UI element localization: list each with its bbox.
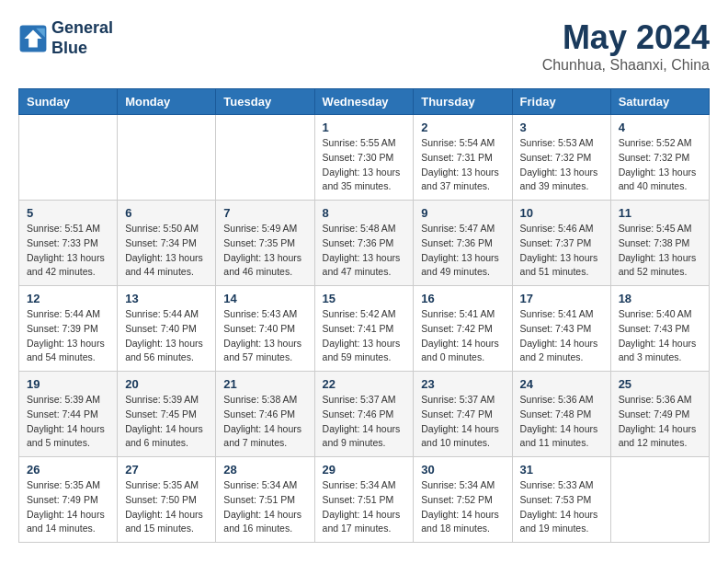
day-info: Sunrise: 5:33 AMSunset: 7:53 PMDaylight:… <box>520 478 603 536</box>
calendar-table: SundayMondayTuesdayWednesdayThursdayFrid… <box>18 88 710 543</box>
weekday-header: Sunday <box>19 89 118 115</box>
calendar-cell: 23Sunrise: 5:37 AMSunset: 7:47 PMDayligh… <box>414 372 512 457</box>
day-info: Sunrise: 5:53 AMSunset: 7:32 PMDaylight:… <box>520 136 603 194</box>
calendar-cell <box>216 115 314 201</box>
calendar-cell: 4Sunrise: 5:52 AMSunset: 7:32 PMDaylight… <box>610 115 709 201</box>
day-info: Sunrise: 5:41 AMSunset: 7:43 PMDaylight:… <box>520 307 603 365</box>
day-number: 28 <box>223 463 306 477</box>
logo-text: General Blue <box>51 18 113 58</box>
day-number: 30 <box>421 463 504 477</box>
day-info: Sunrise: 5:35 AMSunset: 7:49 PMDaylight:… <box>27 478 109 536</box>
calendar-cell: 3Sunrise: 5:53 AMSunset: 7:32 PMDaylight… <box>512 115 610 201</box>
calendar-cell: 30Sunrise: 5:34 AMSunset: 7:52 PMDayligh… <box>414 457 512 543</box>
calendar-cell: 9Sunrise: 5:47 AMSunset: 7:36 PMDaylight… <box>414 201 512 286</box>
day-number: 27 <box>125 463 208 477</box>
day-info: Sunrise: 5:34 AMSunset: 7:51 PMDaylight:… <box>323 478 406 536</box>
calendar-cell: 14Sunrise: 5:43 AMSunset: 7:40 PMDayligh… <box>216 286 314 372</box>
day-number: 31 <box>520 463 603 477</box>
calendar-week-row: 26Sunrise: 5:35 AMSunset: 7:49 PMDayligh… <box>19 457 710 543</box>
calendar-cell: 5Sunrise: 5:51 AMSunset: 7:33 PMDaylight… <box>19 201 118 286</box>
day-number: 19 <box>27 377 109 391</box>
day-number: 14 <box>223 292 306 305</box>
day-number: 9 <box>421 206 504 220</box>
day-number: 17 <box>520 292 603 305</box>
day-info: Sunrise: 5:42 AMSunset: 7:41 PMDaylight:… <box>323 307 406 365</box>
calendar-cell: 26Sunrise: 5:35 AMSunset: 7:49 PMDayligh… <box>19 457 118 543</box>
day-number: 26 <box>27 463 109 477</box>
day-info: Sunrise: 5:36 AMSunset: 7:49 PMDaylight:… <box>619 393 701 451</box>
calendar-cell: 19Sunrise: 5:39 AMSunset: 7:44 PMDayligh… <box>19 372 118 457</box>
calendar-cell: 24Sunrise: 5:36 AMSunset: 7:48 PMDayligh… <box>512 372 610 457</box>
day-info: Sunrise: 5:48 AMSunset: 7:36 PMDaylight:… <box>323 222 406 280</box>
calendar-cell: 12Sunrise: 5:44 AMSunset: 7:39 PMDayligh… <box>19 286 118 372</box>
day-number: 11 <box>619 206 701 220</box>
calendar-cell: 16Sunrise: 5:41 AMSunset: 7:42 PMDayligh… <box>414 286 512 372</box>
day-info: Sunrise: 5:50 AMSunset: 7:34 PMDaylight:… <box>125 222 208 280</box>
title-block: May 2024 Chunhua, Shaanxi, China <box>542 18 710 74</box>
day-number: 1 <box>323 121 406 134</box>
calendar-cell <box>118 115 216 201</box>
calendar-week-row: 19Sunrise: 5:39 AMSunset: 7:44 PMDayligh… <box>19 372 710 457</box>
calendar-cell: 7Sunrise: 5:49 AMSunset: 7:35 PMDaylight… <box>216 201 314 286</box>
day-info: Sunrise: 5:38 AMSunset: 7:46 PMDaylight:… <box>223 393 306 451</box>
day-number: 25 <box>619 377 701 391</box>
day-number: 22 <box>323 377 406 391</box>
day-info: Sunrise: 5:43 AMSunset: 7:40 PMDaylight:… <box>223 307 306 365</box>
day-info: Sunrise: 5:39 AMSunset: 7:44 PMDaylight:… <box>27 393 109 451</box>
day-info: Sunrise: 5:36 AMSunset: 7:48 PMDaylight:… <box>520 393 603 451</box>
calendar-week-row: 5Sunrise: 5:51 AMSunset: 7:33 PMDaylight… <box>19 201 710 286</box>
calendar-cell: 8Sunrise: 5:48 AMSunset: 7:36 PMDaylight… <box>314 201 414 286</box>
day-info: Sunrise: 5:49 AMSunset: 7:35 PMDaylight:… <box>223 222 306 280</box>
day-number: 8 <box>323 206 406 220</box>
day-number: 4 <box>619 121 701 134</box>
page-header: General Blue May 2024 Chunhua, Shaanxi, … <box>18 18 710 74</box>
calendar-cell: 13Sunrise: 5:44 AMSunset: 7:40 PMDayligh… <box>118 286 216 372</box>
day-number: 10 <box>520 206 603 220</box>
day-info: Sunrise: 5:39 AMSunset: 7:45 PMDaylight:… <box>125 393 208 451</box>
day-info: Sunrise: 5:37 AMSunset: 7:46 PMDaylight:… <box>323 393 406 451</box>
calendar-cell: 1Sunrise: 5:55 AMSunset: 7:30 PMDaylight… <box>314 115 414 201</box>
day-number: 24 <box>520 377 603 391</box>
day-info: Sunrise: 5:46 AMSunset: 7:37 PMDaylight:… <box>520 222 603 280</box>
calendar-cell: 11Sunrise: 5:45 AMSunset: 7:38 PMDayligh… <box>610 201 709 286</box>
location-subtitle: Chunhua, Shaanxi, China <box>542 57 710 74</box>
day-info: Sunrise: 5:34 AMSunset: 7:52 PMDaylight:… <box>421 478 504 536</box>
calendar-cell: 25Sunrise: 5:36 AMSunset: 7:49 PMDayligh… <box>610 372 709 457</box>
day-info: Sunrise: 5:54 AMSunset: 7:31 PMDaylight:… <box>421 136 504 194</box>
day-info: Sunrise: 5:34 AMSunset: 7:51 PMDaylight:… <box>223 478 306 536</box>
weekday-header: Friday <box>512 89 610 115</box>
day-info: Sunrise: 5:40 AMSunset: 7:43 PMDaylight:… <box>619 307 701 365</box>
calendar-cell: 6Sunrise: 5:50 AMSunset: 7:34 PMDaylight… <box>118 201 216 286</box>
day-number: 16 <box>421 292 504 305</box>
day-number: 18 <box>619 292 701 305</box>
month-title: May 2024 <box>542 18 710 57</box>
calendar-cell <box>19 115 118 201</box>
day-info: Sunrise: 5:35 AMSunset: 7:50 PMDaylight:… <box>125 478 208 536</box>
weekday-header: Thursday <box>414 89 512 115</box>
day-number: 21 <box>223 377 306 391</box>
weekday-header: Monday <box>118 89 216 115</box>
day-info: Sunrise: 5:55 AMSunset: 7:30 PMDaylight:… <box>323 136 406 194</box>
calendar-cell: 2Sunrise: 5:54 AMSunset: 7:31 PMDaylight… <box>414 115 512 201</box>
weekday-header: Saturday <box>610 89 709 115</box>
calendar-week-row: 12Sunrise: 5:44 AMSunset: 7:39 PMDayligh… <box>19 286 710 372</box>
weekday-header: Wednesday <box>314 89 414 115</box>
day-number: 12 <box>27 292 109 305</box>
calendar-cell: 31Sunrise: 5:33 AMSunset: 7:53 PMDayligh… <box>512 457 610 543</box>
day-number: 23 <box>421 377 504 391</box>
day-info: Sunrise: 5:41 AMSunset: 7:42 PMDaylight:… <box>421 307 504 365</box>
day-number: 15 <box>323 292 406 305</box>
calendar-cell: 21Sunrise: 5:38 AMSunset: 7:46 PMDayligh… <box>216 372 314 457</box>
day-info: Sunrise: 5:37 AMSunset: 7:47 PMDaylight:… <box>421 393 504 451</box>
calendar-cell: 28Sunrise: 5:34 AMSunset: 7:51 PMDayligh… <box>216 457 314 543</box>
day-info: Sunrise: 5:44 AMSunset: 7:39 PMDaylight:… <box>27 307 109 365</box>
day-number: 29 <box>323 463 406 477</box>
calendar-cell: 15Sunrise: 5:42 AMSunset: 7:41 PMDayligh… <box>314 286 414 372</box>
calendar-cell: 22Sunrise: 5:37 AMSunset: 7:46 PMDayligh… <box>314 372 414 457</box>
calendar-cell: 17Sunrise: 5:41 AMSunset: 7:43 PMDayligh… <box>512 286 610 372</box>
calendar-cell: 27Sunrise: 5:35 AMSunset: 7:50 PMDayligh… <box>118 457 216 543</box>
calendar-cell: 29Sunrise: 5:34 AMSunset: 7:51 PMDayligh… <box>314 457 414 543</box>
day-number: 5 <box>27 206 109 220</box>
weekday-header: Tuesday <box>216 89 314 115</box>
calendar-cell: 10Sunrise: 5:46 AMSunset: 7:37 PMDayligh… <box>512 201 610 286</box>
